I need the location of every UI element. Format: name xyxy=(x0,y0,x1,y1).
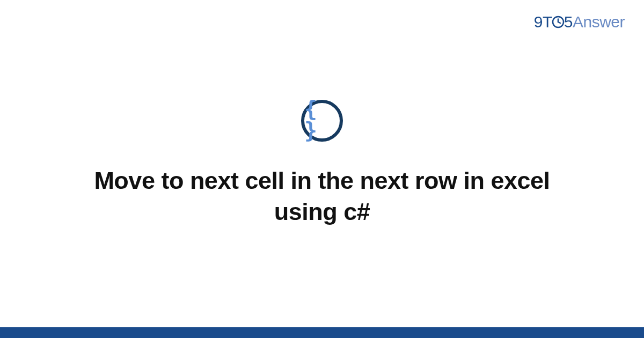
main-content: { } Move to next cell in the next row in… xyxy=(0,0,644,327)
question-title: Move to next cell in the next row in exc… xyxy=(75,165,569,228)
footer-bar xyxy=(0,327,644,338)
braces-glyph: { } xyxy=(304,98,340,141)
code-braces-icon: { } xyxy=(301,100,343,142)
